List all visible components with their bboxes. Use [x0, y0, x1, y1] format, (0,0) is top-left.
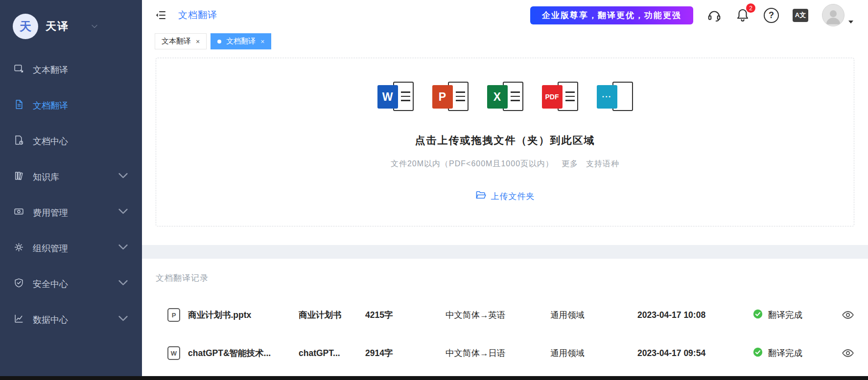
supported-languages-link[interactable]: 支持语种 [586, 159, 619, 169]
domain-field: 通用领域 [550, 347, 637, 359]
app-window: 天 天译 文本翻译 文档翻译 [0, 0, 868, 376]
pdf-file-icon: PDF [542, 82, 578, 112]
sidebar-item-label: 知识库 [33, 171, 59, 183]
check-circle-icon [752, 309, 763, 322]
sidebar-item-doc-translate[interactable]: 文档翻译 [0, 88, 142, 123]
sidebar-item-text-translate[interactable]: 文本翻译 [0, 52, 142, 88]
headset-icon[interactable] [707, 8, 722, 22]
status-badge: 翻译完成 [752, 347, 835, 360]
domain-field: 通用领域 [550, 309, 637, 321]
records-title: 文档翻译记录 [156, 272, 854, 284]
active-dot-icon [217, 40, 221, 44]
status-text: 翻译完成 [768, 347, 802, 359]
bell-icon[interactable]: 2 [735, 8, 750, 22]
doc-name: chatGPT... [299, 348, 365, 358]
ppt-file-icon: P [167, 308, 180, 322]
upload-dropzone[interactable]: W P X PDF ·· [156, 58, 854, 226]
timestamp: 2023-04-17 09:54 [637, 348, 752, 358]
tab-doc-translate[interactable]: 文档翻译 × [211, 33, 271, 49]
powerpoint-file-icon: P [432, 82, 469, 112]
char-count: 4215字 [365, 309, 446, 321]
sidebar-item-label: 费用管理 [33, 207, 68, 219]
word-file-icon: W [377, 82, 414, 112]
language-pair: 中文简体→英语 [446, 309, 550, 321]
doc-name: 商业计划书 [299, 309, 365, 321]
menu-fold-icon[interactable] [155, 9, 166, 21]
sidebar-item-security[interactable]: 安全中心 [0, 266, 142, 302]
topbar: 文档翻译 企业版尊享，翻译更优，功能更强 2 ? A文 [142, 0, 868, 30]
notification-badge: 2 [746, 3, 755, 13]
other-file-icon: ··· [597, 82, 633, 112]
chevron-down-icon [118, 206, 128, 219]
sidebar-item-org[interactable]: 组织管理 [0, 230, 142, 266]
table-row: P 商业计划书.pptx 商业计划书 4215字 中文简体→英语 通用领域 20… [156, 308, 854, 322]
file-name: 商业计划书.pptx [188, 309, 251, 321]
doc-translate-icon [14, 99, 24, 112]
section-divider [142, 245, 868, 259]
topbar-actions: 企业版尊享，翻译更优，功能更强 2 ? A文 [530, 4, 853, 26]
sidebar-item-label: 组织管理 [33, 243, 68, 254]
table-row: W chatGPT&智能技术... chatGPT... 2914字 中文简体→… [156, 346, 854, 360]
enterprise-banner[interactable]: 企业版尊享，翻译更优，功能更强 [530, 6, 693, 24]
excel-file-icon: X [487, 82, 523, 112]
translate-icon[interactable]: A文 [793, 9, 808, 22]
file-type-icons: W P X PDF ·· [377, 82, 633, 112]
upload-instruction: 点击上传或拖拽文件（夹）到此区域 [415, 134, 595, 147]
help-icon[interactable]: ? [764, 8, 779, 23]
main-panel: 文档翻译 企业版尊享，翻译更优，功能更强 2 ? A文 [142, 0, 868, 376]
avatar [822, 4, 845, 26]
brand-logo: 天 [13, 14, 38, 39]
content-area: W P X PDF ·· [142, 52, 868, 376]
shield-icon [14, 278, 24, 291]
chevron-down-icon [91, 22, 98, 31]
chevron-down-icon [118, 242, 128, 255]
caret-down-icon [848, 21, 853, 23]
bottom-bar [0, 376, 868, 380]
language-pair: 中文简体→日语 [446, 347, 550, 359]
doc-center-icon [14, 135, 24, 148]
sidebar-nav: 文本翻译 文档翻译 文档中心 知识库 [0, 52, 142, 337]
brand-name: 天译 [46, 19, 69, 34]
folder-icon [475, 191, 486, 202]
sidebar-item-doc-center[interactable]: 文档中心 [0, 123, 142, 159]
status-badge: 翻译完成 [752, 309, 835, 322]
fee-management-icon [14, 206, 24, 219]
sidebar-item-label: 文本翻译 [33, 64, 68, 76]
brand[interactable]: 天 天译 [0, 10, 142, 52]
upload-limit-text: 文件20M以内（PDF<600M且1000页以内） [391, 159, 554, 169]
char-count: 2914字 [365, 347, 446, 359]
sidebar-item-data[interactable]: 数据中心 [0, 302, 142, 337]
upload-folder-button[interactable]: 上传文件夹 [475, 191, 535, 202]
tab-text-translate[interactable]: 文本翻译 × [155, 33, 207, 49]
check-circle-icon [752, 347, 763, 360]
user-menu[interactable] [822, 4, 853, 26]
upload-limits: 文件20M以内（PDF<600M且1000页以内） 更多 支持语种 [391, 159, 619, 169]
tab-label: 文本翻译 [162, 37, 191, 46]
status-text: 翻译完成 [768, 309, 802, 321]
chart-icon [14, 313, 24, 326]
view-button[interactable] [842, 347, 854, 359]
file-cell: W chatGPT&智能技术... [167, 346, 299, 360]
timestamp: 2023-04-17 10:08 [637, 310, 752, 320]
sidebar: 天 天译 文本翻译 文档翻译 [0, 0, 142, 376]
close-icon[interactable]: × [260, 38, 264, 45]
chevron-down-icon [118, 313, 128, 326]
chevron-down-icon [118, 171, 128, 183]
word-file-icon: W [167, 346, 180, 360]
file-cell: P 商业计划书.pptx [167, 308, 299, 322]
sidebar-item-label: 数据中心 [33, 314, 68, 326]
more-link[interactable]: 更多 [562, 159, 578, 169]
view-button[interactable] [842, 309, 854, 321]
page-title: 文档翻译 [178, 9, 217, 22]
chevron-down-icon [118, 278, 128, 291]
records-section: 文档翻译记录 P 商业计划书.pptx 商业计划书 4215字 中文简体→英语 … [156, 259, 854, 360]
sidebar-item-label: 安全中心 [33, 278, 68, 290]
tab-bar: 文本翻译 × 文档翻译 × [142, 30, 868, 52]
gear-icon [14, 242, 24, 255]
close-icon[interactable]: × [196, 38, 200, 45]
text-translate-icon [14, 64, 24, 76]
sidebar-item-knowledge[interactable]: 知识库 [0, 159, 142, 195]
file-name: chatGPT&智能技术... [188, 347, 271, 359]
knowledge-base-icon [14, 171, 24, 183]
sidebar-item-fee[interactable]: 费用管理 [0, 195, 142, 230]
